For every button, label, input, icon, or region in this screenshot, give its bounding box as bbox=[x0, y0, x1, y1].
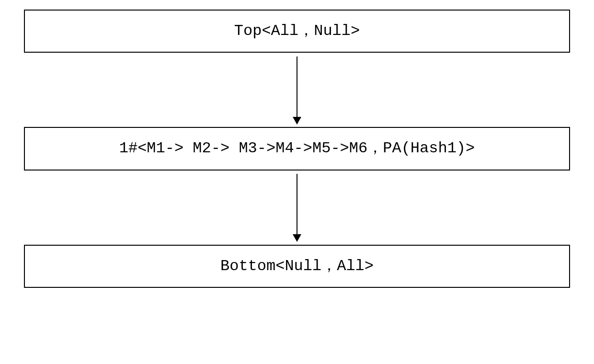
arrow-head-icon bbox=[293, 117, 301, 125]
node-middle-label: 1#<M1-> M2-> M3->M4->M5->M6，PA(Hash1)> bbox=[119, 139, 475, 157]
node-top-label: Top<All，Null> bbox=[234, 22, 360, 40]
node-bottom: Bottom<Null，All> bbox=[24, 245, 570, 288]
flowchart-diagram: Top<All，Null> 1#<M1-> M2-> M3->M4->M5->M… bbox=[24, 10, 570, 288]
arrow-line-icon bbox=[297, 57, 297, 124]
node-middle: 1#<M1-> M2-> M3->M4->M5->M6，PA(Hash1)> bbox=[24, 127, 570, 170]
arrow-line-icon bbox=[297, 174, 297, 241]
arrow-middle-to-bottom bbox=[24, 171, 570, 245]
arrow-head-icon bbox=[293, 234, 301, 242]
arrow-top-to-middle bbox=[24, 53, 570, 127]
node-top: Top<All，Null> bbox=[24, 10, 570, 53]
node-bottom-label: Bottom<Null，All> bbox=[220, 257, 374, 275]
